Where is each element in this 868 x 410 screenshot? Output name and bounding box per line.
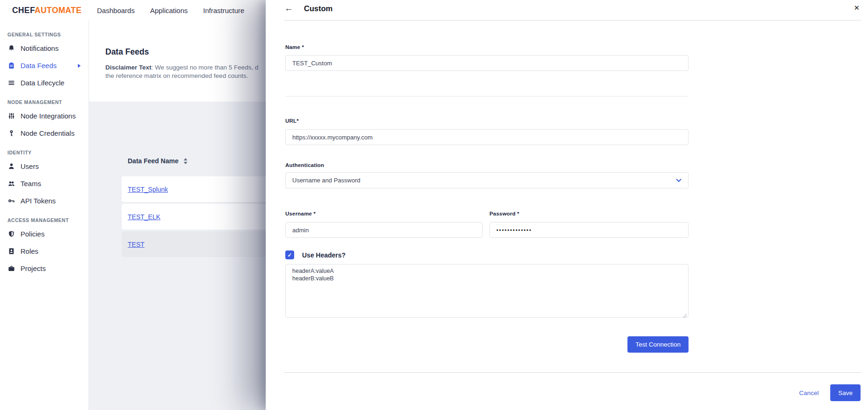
section-access-management: ACCESS MANAGEMENT [7, 217, 89, 223]
panel-header: ← Custom ✕ [266, 0, 868, 20]
sidebar-item-data-lifecycle[interactable]: Data Lifecycle [0, 74, 89, 91]
authentication-select[interactable]: Username and Password [285, 172, 689, 188]
sidebar-item-api-tokens[interactable]: API Tokens [0, 192, 89, 209]
briefcase-icon [7, 264, 15, 272]
settings-sidebar: GENERAL SETTINGS Notifications Data Feed… [0, 21, 89, 410]
app-root: CHEFAUTOMATE Dashboards Applications Inf… [0, 0, 868, 410]
clipboard-icon [7, 62, 15, 69]
test-connection-button[interactable]: Test Connection [627, 336, 689, 353]
nav-applications[interactable]: Applications [150, 7, 188, 14]
sidebar-item-label: Projects [21, 264, 46, 272]
sidebar-item-label: Roles [21, 247, 38, 255]
column-header-data-feed-name[interactable]: Data Feed Name [128, 157, 187, 165]
sidebar-item-node-credentials[interactable]: Node Credentials [0, 125, 89, 142]
sidebar-item-users[interactable]: Users [0, 158, 89, 175]
url-input[interactable] [285, 129, 689, 145]
authentication-label: Authentication [285, 162, 324, 168]
list-icon [7, 79, 15, 87]
headers-textarea[interactable]: headerA:valueA headerB:valueB [285, 264, 689, 318]
custom-feed-panel: ← Custom ✕ Name * URL* Authentication Us… [266, 0, 868, 410]
username-label: Username * [285, 211, 316, 216]
password-label: Password * [489, 211, 519, 216]
cancel-button[interactable]: Cancel [799, 389, 819, 396]
close-icon[interactable]: ✕ [854, 4, 860, 12]
badge-icon [7, 247, 15, 255]
top-nav-links: Dashboards Applications Infrastructure [97, 7, 244, 14]
active-item-arrow-icon [78, 64, 81, 68]
sidebar-item-label: Node Credentials [21, 129, 75, 137]
section-node-management: NODE MANAGEMENT [7, 99, 89, 105]
panel-title: Custom [304, 4, 332, 13]
token-key-icon [7, 197, 15, 205]
sidebar-item-policies[interactable]: Policies [0, 225, 89, 243]
sidebar-item-label: Node Integrations [21, 112, 76, 120]
sidebar-item-label: Data Feeds [21, 62, 57, 69]
url-label: URL* [285, 118, 299, 124]
data-feed-link[interactable]: TEST_ELK [128, 213, 160, 221]
shield-icon [7, 230, 15, 238]
authentication-selected-value: Username and Password [292, 177, 360, 184]
sidebar-item-roles[interactable]: Roles [0, 243, 89, 260]
section-identity: IDENTITY [7, 150, 89, 155]
back-arrow-icon[interactable]: ← [284, 2, 293, 15]
sidebar-item-projects[interactable]: Projects [0, 260, 89, 277]
chef-automate-logo[interactable]: CHEFAUTOMATE [12, 6, 82, 15]
username-input[interactable] [285, 222, 482, 238]
name-label: Name * [285, 44, 304, 50]
password-input[interactable] [489, 222, 689, 238]
sidebar-item-notifications[interactable]: Notifications [0, 40, 89, 57]
name-input[interactable] [285, 55, 689, 71]
sort-icon [184, 158, 187, 164]
disclaimer-bold: Disclaimer Text [105, 64, 152, 71]
users-icon [7, 180, 15, 188]
use-headers-checkbox[interactable]: ✓ [285, 250, 294, 259]
sidebar-item-label: Users [21, 162, 39, 170]
sidebar-item-label: Teams [21, 180, 41, 188]
sidebar-item-node-integrations[interactable]: Node Integrations [0, 107, 89, 125]
use-headers-row: ✓ Use Headers? [285, 250, 345, 259]
sidebar-item-label: API Tokens [21, 197, 56, 205]
sidebar-item-label: Data Lifecycle [21, 79, 64, 87]
section-divider [285, 96, 689, 97]
sidebar-item-teams[interactable]: Teams [0, 175, 89, 192]
section-general-settings: GENERAL SETTINGS [7, 32, 89, 37]
sliders-icon [7, 112, 15, 120]
sidebar-item-data-feeds[interactable]: Data Feeds [0, 57, 89, 74]
save-button[interactable]: Save [830, 384, 861, 401]
data-feed-link[interactable]: TEST [128, 241, 145, 248]
key-icon [7, 129, 15, 137]
panel-footer-actions: Cancel Save [799, 382, 861, 403]
disclaimer-line1: : We suggest no more than 5 Feeds, d [152, 64, 258, 71]
use-headers-label: Use Headers? [302, 251, 345, 259]
logo-automate-text: AUTOMATE [34, 6, 82, 15]
column-header-label: Data Feed Name [128, 157, 179, 165]
bell-icon [7, 44, 15, 52]
user-icon [7, 162, 15, 170]
data-feed-link[interactable]: TEST_Splunk [128, 186, 168, 193]
logo-chef-text: CHEF [12, 6, 34, 15]
sidebar-item-label: Notifications [21, 44, 59, 52]
nav-infrastructure[interactable]: Infrastructure [203, 7, 244, 14]
nav-dashboards[interactable]: Dashboards [97, 7, 135, 14]
sidebar-item-label: Policies [21, 230, 45, 238]
chevron-down-icon [676, 179, 682, 182]
header-divider [284, 20, 861, 21]
footer-divider [284, 372, 861, 373]
